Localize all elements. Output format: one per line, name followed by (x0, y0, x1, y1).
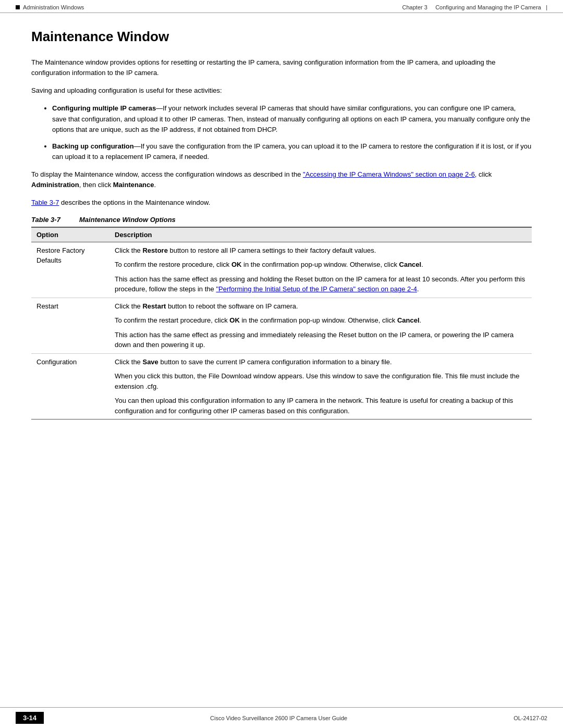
header-left-text: Administration Windows (23, 4, 84, 10)
desc-para: To confirm the restart procedure, click … (115, 315, 527, 326)
desc-para: This action has the same effect as press… (115, 330, 527, 350)
access-link[interactable]: "Accessing the IP Camera Windows" sectio… (303, 170, 475, 178)
access-para-end: . (154, 181, 156, 189)
list-item: Backing up configuration—If you save the… (52, 141, 532, 162)
table-row: Configuration Click the Save button to s… (31, 353, 532, 419)
desc-para: You can then upload this configuration i… (115, 396, 527, 416)
option-cell: Restore FactoryDefaults (31, 242, 109, 298)
option-cell: Configuration (31, 353, 109, 419)
restore-link[interactable]: "Performing the Initial Setup of the IP … (216, 285, 417, 293)
list-item: Configuring multiple IP cameras—If your … (52, 103, 532, 134)
desc-cell: Click the Save button to save the curren… (109, 353, 532, 419)
main-content: Maintenance Window The Maintenance windo… (0, 13, 563, 461)
table-ref-link[interactable]: Table 3-7 (31, 199, 59, 206)
table-caption: Table 3-7 Maintenance Window Options (31, 216, 532, 224)
desc-para: Click the Restart button to reboot the s… (115, 301, 527, 312)
table-row: Restart Click the Restart button to rebo… (31, 298, 532, 353)
access-bold-2: Maintenance (113, 181, 154, 189)
bullet-2-bold: Backing up configuration (52, 142, 134, 150)
footer-center-text: Cisco Video Surveillance 2600 IP Camera … (210, 715, 347, 721)
access-para-before: To display the Maintenance window, acces… (31, 170, 303, 178)
intro-para-2: Saving and uploading configuration is us… (31, 85, 532, 96)
page-number: 3-14 (16, 712, 44, 724)
table-header-option: Option (31, 227, 109, 242)
table-caption-label: Table 3-7 (31, 216, 60, 224)
access-bold-1: Administration (31, 181, 79, 189)
table-ref-para: Table 3-7 describes the options in the M… (31, 198, 532, 208)
page-title: Maintenance Window (31, 29, 532, 45)
access-para-after: , click (475, 170, 492, 178)
header-rule-icon: | (546, 4, 547, 10)
desc-para: To confirm the restore procedure, click … (115, 260, 527, 270)
desc-para: Click the Restore button to restore all … (115, 245, 527, 256)
desc-para: This action has the same effect as press… (115, 274, 527, 294)
bullet-list: Configuring multiple IP cameras—If your … (52, 103, 532, 162)
access-para-middle: , then click (79, 181, 113, 189)
option-cell: Restart (31, 298, 109, 353)
table-caption-title: Maintenance Window Options (79, 216, 176, 224)
desc-para: Click the Save button to save the curren… (115, 357, 527, 367)
table-ref-after: describes the options in the Maintenance… (59, 199, 210, 206)
options-table: Option Description Restore FactoryDefaul… (31, 227, 532, 420)
header-title: Configuring and Managing the IP Camera (435, 4, 541, 10)
header-left: Administration Windows (16, 4, 84, 10)
desc-para: When you click this button, the File Dow… (115, 371, 527, 391)
table-row: Restore FactoryDefaults Click the Restor… (31, 242, 532, 298)
header-chapter: Chapter 3 (402, 4, 427, 10)
access-para: To display the Maintenance window, acces… (31, 169, 532, 190)
header-bullet-icon (16, 5, 20, 9)
page-header: Administration Windows Chapter 3 Configu… (0, 0, 563, 13)
bullet-1-bold: Configuring multiple IP cameras (52, 104, 156, 112)
table-header-description: Description (109, 227, 532, 242)
page-footer: 3-14 Cisco Video Surveillance 2600 IP Ca… (0, 707, 563, 728)
intro-para-1: The Maintenance window provides options … (31, 57, 532, 78)
table-caption-spacer (63, 216, 78, 224)
desc-cell: Click the Restore button to restore all … (109, 242, 532, 298)
desc-cell: Click the Restart button to reboot the s… (109, 298, 532, 353)
footer-right-text: OL-24127-02 (513, 715, 547, 721)
header-right: Chapter 3 Configuring and Managing the I… (402, 4, 547, 10)
